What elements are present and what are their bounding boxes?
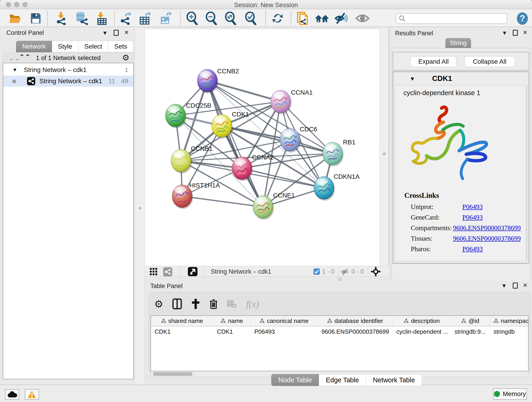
show-all-button[interactable] — [315, 12, 329, 25]
selected-nodes-checkbox-icon[interactable] — [313, 268, 320, 275]
crosslink-link[interactable]: 9606.ENSP00000378699 — [453, 235, 521, 242]
network-row-selected[interactable]: String Network – cdk1 11 48 — [3, 76, 133, 87]
zoom-out-button[interactable] — [204, 12, 219, 25]
left-splitter-collapse-button[interactable] — [136, 204, 143, 211]
table-cell[interactable]: CDK1 — [151, 326, 213, 337]
zoom-selected-button[interactable] — [243, 12, 258, 25]
expand-collapse-bar: Expand All Collapse All — [393, 52, 529, 70]
memory-status-dot-icon — [494, 391, 500, 397]
column-header-namespace[interactable]: namespace — [490, 316, 529, 326]
control-panel-float-button[interactable]: ▼ — [102, 30, 108, 36]
horizontal-splitter-handle[interactable] — [338, 277, 342, 281]
column-header--id[interactable]: @id — [451, 316, 490, 326]
birds-eye-view-button[interactable] — [150, 268, 158, 277]
hide-selected-button[interactable] — [334, 12, 349, 25]
right-splitter[interactable] — [380, 27, 389, 276]
table-scrollbar-thumb[interactable] — [153, 372, 192, 376]
show-columns-icon[interactable] — [172, 298, 182, 309]
collapse-all-button[interactable]: Collapse All — [465, 56, 515, 67]
crosslink-link[interactable]: 9606.ENSP00000378699 — [453, 224, 521, 232]
table-panel-float-button[interactable]: ▼ — [501, 283, 507, 288]
column-header-database-identifier[interactable]: database identifier — [318, 316, 393, 326]
left-splitter[interactable] — [135, 27, 145, 385]
network-node-CCNB2[interactable]: CCNB2 — [197, 68, 239, 94]
expand-all-button[interactable]: Expand All — [411, 56, 456, 67]
warnings-button[interactable] — [25, 389, 39, 400]
cloud-status-button[interactable] — [5, 389, 19, 400]
results-panel-float-button[interactable]: ▼ — [502, 30, 507, 36]
table-panel-undock-button[interactable] — [513, 283, 518, 288]
table-cell[interactable]: P06493 — [251, 326, 318, 337]
table-cell[interactable]: cyclin-dependent ... — [393, 326, 451, 337]
tab-sets[interactable]: Sets — [108, 41, 133, 52]
column-header-name[interactable]: name — [213, 316, 251, 326]
search-input[interactable] — [406, 15, 502, 22]
network-node-HIST1H1A[interactable]: HIST1H1A — [172, 182, 220, 209]
crosslink-link[interactable]: P06493 — [462, 245, 483, 253]
network-collection-row[interactable]: ▼ String Network – cdk1 1 — [3, 65, 133, 75]
crosslink-link[interactable]: P06493 — [462, 203, 483, 211]
delete-table-icon[interactable] — [227, 299, 237, 308]
column-header-description[interactable]: description — [393, 316, 451, 326]
results-panel-close-button[interactable]: ✕ — [523, 30, 527, 35]
open-session-button[interactable] — [8, 12, 22, 25]
network-view-toolbar: String Network – cdk1 1 - 0 0 - 0 — [145, 266, 389, 277]
network-options-gear-icon[interactable]: ⚙ — [122, 53, 129, 62]
gene-collapse-caret-icon[interactable]: ▼ — [410, 76, 415, 82]
search-field[interactable] — [396, 13, 507, 24]
first-neighbors-button[interactable] — [296, 12, 310, 25]
delete-column-trash-icon[interactable] — [209, 298, 218, 309]
tab-select[interactable]: Select — [78, 41, 108, 52]
table-cell[interactable]: stringdb — [490, 326, 529, 337]
tab-style[interactable]: Style — [52, 41, 78, 52]
network-node-CDC25B[interactable]: CDC25B — [165, 102, 211, 128]
memory-button[interactable]: Memory — [493, 388, 527, 400]
results-tab-string[interactable]: String — [445, 38, 471, 48]
show-eye-button[interactable] — [355, 12, 370, 25]
column-header-label: namespace — [501, 317, 529, 325]
function-builder-icon[interactable]: f(x) — [246, 299, 259, 309]
crosslink-link[interactable]: P06493 — [462, 214, 483, 221]
network-edge-HIST1H1A-CCNE1[interactable] — [182, 196, 263, 207]
import-table-file-button[interactable] — [94, 12, 109, 25]
column-header-canonical-name[interactable]: canonical name — [251, 316, 318, 326]
export-network-button[interactable] — [118, 12, 133, 25]
gene-section-header[interactable]: ▼ CDK1 — [393, 72, 529, 85]
pan-mode-button[interactable] — [371, 267, 381, 278]
control-panel-undock-button[interactable] — [114, 30, 119, 36]
import-network-file-button[interactable] — [54, 12, 69, 25]
help-button[interactable]: ? — [516, 12, 528, 25]
network-node-CDKN1A[interactable]: CDKN1A — [314, 173, 360, 201]
results-panel-undock-button[interactable] — [513, 30, 518, 36]
export-table-button[interactable] — [138, 12, 152, 25]
table-cell[interactable]: 9606.ENSP00000378699 — [318, 326, 393, 337]
network-canvas[interactable]: CCNB2CCNA1CDC25BCDK1CDC6RB1CCNB1CCNA2CDK… — [145, 29, 380, 266]
right-splitter-collapse-button[interactable] — [380, 150, 387, 157]
network-node-CCNA1[interactable]: CCNA1 — [271, 89, 313, 114]
node-table[interactable]: shared namenamecanonical namedatabase id… — [151, 315, 529, 371]
add-column-icon[interactable] — [191, 298, 200, 309]
table-cell[interactable]: CDK1 — [213, 326, 251, 337]
table-cell[interactable]: stringdb:9... — [451, 326, 490, 337]
network-node-CCNE1[interactable]: CCNE1 — [253, 192, 295, 220]
table-options-gear-icon[interactable]: ⚙ — [154, 298, 163, 310]
export-image-button[interactable] — [158, 12, 173, 25]
tab-network[interactable]: Network — [16, 41, 52, 52]
save-session-button[interactable] — [28, 12, 43, 25]
column-header-shared-name[interactable]: shared name — [151, 316, 213, 326]
network-node-RB1[interactable]: RB1 — [323, 139, 355, 166]
results-scrollbar[interactable] — [526, 85, 527, 261]
detach-view-button[interactable] — [188, 267, 197, 276]
tree-expand-caret-icon[interactable]: ▼ — [12, 67, 17, 73]
tab-node-table[interactable]: Node Table — [271, 374, 319, 386]
tab-network-table[interactable]: Network Table — [366, 374, 422, 386]
zoom-in-button[interactable] — [185, 12, 199, 25]
refresh-button[interactable] — [270, 12, 285, 25]
table-panel-close-button[interactable]: ✕ — [523, 283, 527, 288]
import-network-database-button[interactable] — [74, 12, 89, 25]
control-panel-close-button[interactable]: ✕ — [124, 30, 129, 35]
tab-edge-table[interactable]: Edge Table — [319, 374, 366, 386]
table-row[interactable]: CDK1CDK1P064939606.ENSP00000378699cyclin… — [151, 326, 528, 337]
zoom-fit-button[interactable] — [223, 12, 238, 25]
network-overview-button[interactable] — [163, 267, 172, 276]
